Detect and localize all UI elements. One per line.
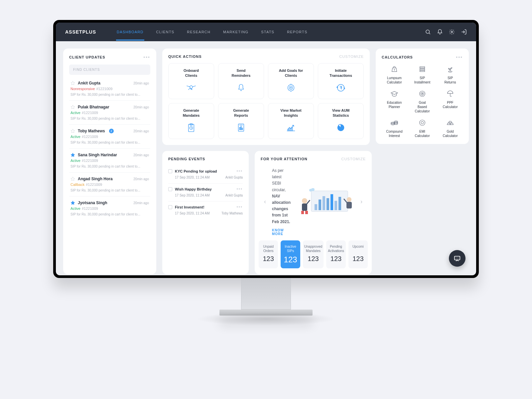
quick-action-report[interactable]: GenerateReports [218,103,264,139]
find-clients-input[interactable]: FIND CLIENTS [69,65,150,75]
logout-icon[interactable] [461,29,467,35]
calculator-stack[interactable]: SIP Installment [410,65,435,84]
calculators-menu-icon[interactable]: ••• [456,55,463,60]
bell-icon[interactable] [437,29,443,35]
banner-next-icon[interactable]: › [358,198,364,205]
att-card-value: 123 [350,255,366,263]
client-updates-title: CLIENT UPDATES [69,55,105,59]
svg-rect-20 [327,198,329,210]
quick-actions-customize-button[interactable]: CUSTOMIZE [339,55,364,59]
quick-action-pie[interactable]: View AUMStatistics [318,103,364,139]
chat-fab-button[interactable] [449,250,466,267]
pending-event-item[interactable]: KYC Pending for upload••• 17 Sep 2020, 1… [168,166,243,184]
nav-marketing[interactable]: MARKETING [222,23,249,41]
pe-menu-icon[interactable]: ••• [236,187,243,192]
calculator-bullseye[interactable]: Goal Based Calculator [410,89,435,113]
know-more-link[interactable]: KNOW MORE [272,228,291,236]
pending-event-item[interactable]: Wish Happy Birthday••• 17 Sep 2020, 11:2… [168,184,243,201]
attention-customize-button[interactable]: CUSTOMIZE [341,157,366,161]
svg-rect-29 [346,202,352,208]
att-card-label: Upcomi [350,244,366,254]
grad-cap-icon [382,89,407,98]
client-desc: SIP for Rs. 30,000 pending in cart for c… [70,93,149,96]
svg-rect-26 [301,211,304,214]
pe-menu-icon[interactable]: ••• [236,169,243,174]
attention-card[interactable]: Unapproved Mandates123 [303,240,324,268]
pending-event-item[interactable]: First Investment!••• 17 Sep 2020, 11:24 … [168,201,243,219]
star-icon[interactable] [70,153,75,157]
calculator-plant[interactable]: SIP Returns [438,65,463,84]
svg-point-48 [456,258,456,258]
client-desc: SIP for Rs. 30,000 pending in cart for c… [70,165,149,168]
quick-actions-title: QUICK ACTIONS [168,55,202,59]
star-icon[interactable] [70,81,75,85]
calc-label: Gold Calculator [438,129,463,138]
svg-rect-10 [239,127,240,130]
star-icon[interactable] [70,129,75,133]
client-item[interactable]: Sana Singh Harindar 20min ago Active#122… [69,149,150,173]
search-icon[interactable] [425,29,431,35]
client-desc: SIP for Rs. 30,000 pending in cart for c… [70,117,149,120]
svg-point-24 [302,198,307,203]
client-desc: SIP for Rs. 30,000 pending in cart for c… [70,141,149,144]
svg-point-50 [458,258,459,258]
attention-card[interactable]: Inactive SIPs123 [281,240,300,268]
quick-action-target[interactable]: Add Goals forClients [268,63,314,99]
att-card-label: Unapproved Mandates [304,244,322,254]
calculator-bag[interactable]: ₹Lumpsum Calculator [382,65,407,84]
client-id: #1221009 [82,206,98,210]
star-icon[interactable] [70,177,75,181]
client-updates-menu-icon[interactable]: ••• [143,55,150,60]
nav-stats[interactable]: STATS [260,23,275,41]
client-item[interactable]: Ankit Gupta 20min ago Nonresponsive#1221… [69,77,150,101]
gear-icon[interactable] [449,29,455,35]
quick-action-bell[interactable]: SendReminders [218,63,264,99]
attention-card[interactable]: Upcomi123 [348,240,368,268]
quick-action-rupee-cycle[interactable]: InitiateTransactions [318,63,364,99]
pe-menu-icon[interactable]: ••• [236,205,243,209]
svg-rect-14 [290,128,291,131]
calculator-ring[interactable]: EMI Calculator [410,118,435,138]
client-item[interactable]: Jyotsana Singh 20min ago Active#1221009 … [69,197,150,220]
checkbox-icon[interactable] [168,205,172,209]
calc-label: SIP Returns [438,76,463,84]
calculator-grad-cap[interactable]: Education Planner [382,89,407,113]
quick-action-chart-up[interactable]: View MarketInsights [268,103,314,139]
svg-point-36 [449,71,452,72]
calc-label: Compound Interest [382,129,407,138]
svg-rect-35 [420,70,425,72]
stack-icon [410,65,435,74]
client-item[interactable]: Pulak Bhatnagar 20min ago Active#1221009… [69,101,150,125]
nav-reports[interactable]: REPORTS [286,23,308,41]
client-item[interactable]: Angad Singh Hora 20min ago Callback#1221… [69,173,150,197]
client-name: Toby Mathews [78,129,105,133]
star-icon[interactable] [70,105,75,109]
client-item[interactable]: Toby Mathews 2 20min ago Active#1221009 … [69,125,150,149]
attention-card[interactable]: Unpaid Orders123 [259,240,278,268]
clipboard-icon [171,123,212,133]
quick-action-handshake[interactable]: OnboardClients [168,63,214,99]
star-icon[interactable] [70,200,75,205]
client-time: 20min ago [133,81,149,85]
svg-rect-22 [334,201,337,210]
svg-point-4 [291,87,292,88]
attention-title: FOR YOUR ATTENTION [261,157,308,161]
chart-up-icon [270,123,312,133]
checkbox-icon[interactable] [168,187,172,191]
svg-point-45 [420,120,425,126]
nav-dashboard[interactable]: DASHBOARD [116,23,144,41]
ring-icon [410,118,435,127]
nav-research[interactable]: RESEARCH [186,23,211,41]
nav-clients[interactable]: CLIENTS [156,23,175,41]
banner-prev-icon[interactable]: ‹ [262,198,268,205]
quick-action-clipboard[interactable]: GenerateMandates [168,103,214,139]
svg-rect-18 [319,200,321,210]
calculator-umbrella[interactable]: PPF Calculator [438,89,463,113]
calculator-coins[interactable]: Compound Interest [382,118,407,138]
client-desc: SIP for Rs. 30,000 pending in cart for c… [70,189,149,192]
calculator-gold[interactable]: Gold Calculator [438,118,463,138]
svg-text:₹: ₹ [394,68,395,71]
svg-point-0 [426,30,430,34]
attention-card[interactable]: Pending Activations123 [326,240,345,268]
checkbox-icon[interactable] [168,169,172,173]
